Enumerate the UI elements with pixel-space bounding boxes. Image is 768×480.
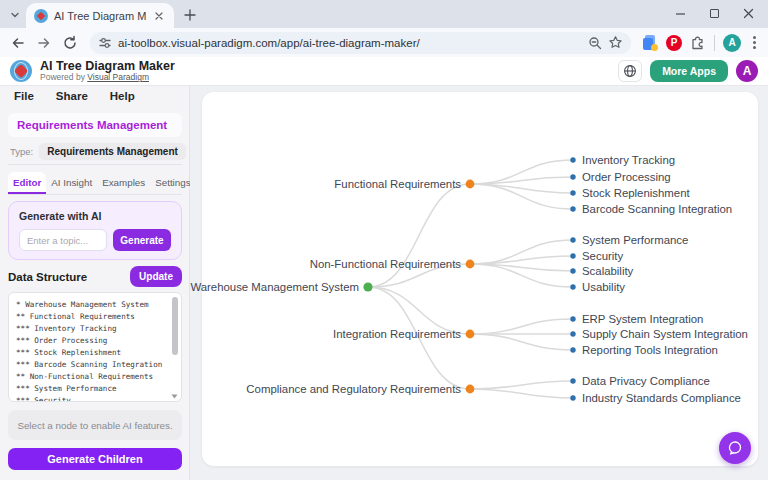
tree-node-leaf[interactable]: Order Processing <box>582 169 671 185</box>
site-settings-icon[interactable] <box>98 36 112 50</box>
extensions-puzzle-icon[interactable] <box>690 35 706 51</box>
generate-children-button[interactable]: Generate Children <box>8 448 182 470</box>
menu-share[interactable]: Share <box>56 90 88 102</box>
window-controls <box>674 0 762 26</box>
tab-settings[interactable]: Settings <box>150 172 195 194</box>
type-value[interactable]: Requirements Management <box>39 143 186 160</box>
leaf-node-dot[interactable] <box>570 395 575 400</box>
tree-node-leaf[interactable]: Data Privacy Compliance <box>582 373 710 389</box>
tab-search-chevron-icon[interactable] <box>6 6 24 24</box>
tab-close-icon[interactable] <box>152 9 166 23</box>
tree-node-branch[interactable]: Non-Functional Requirements <box>310 256 461 272</box>
browser-profile-avatar[interactable]: A <box>723 34 741 52</box>
bookmark-star-icon[interactable] <box>608 35 623 50</box>
sidebar: File Share Help Requirements Management … <box>0 86 190 480</box>
generate-button[interactable]: Generate <box>113 229 171 251</box>
tree-node-leaf[interactable]: Inventory Tracking <box>582 152 675 168</box>
leaf-node-dot[interactable] <box>570 331 575 336</box>
new-tab-button[interactable] <box>182 7 198 23</box>
tree-node-leaf[interactable]: ERP System Integration <box>582 311 703 327</box>
root-node-dot[interactable] <box>363 282 372 291</box>
toolbar-separator <box>714 35 715 51</box>
tab-title: AI Tree Diagram Maker <box>54 10 146 22</box>
scrollbar-down-arrow-icon[interactable] <box>170 391 179 401</box>
extensions-area: P A <box>637 34 760 52</box>
type-row: Type: Requirements Management <box>10 143 186 160</box>
url-text[interactable]: ai-toolbox.visual-paradigm.com/app/ai-tr… <box>118 37 582 49</box>
chat-fab-button[interactable] <box>719 432 751 464</box>
user-avatar[interactable]: A <box>736 60 758 82</box>
maximize-button[interactable] <box>708 7 720 19</box>
branch-node-dot[interactable] <box>466 385 475 394</box>
tree-node-leaf[interactable]: Barcode Scanning Integration <box>582 201 732 217</box>
leaf-node-dot[interactable] <box>570 378 575 383</box>
tab-editor[interactable]: Editor <box>8 172 46 194</box>
generate-ai-panel: Generate with AI Generate <box>8 201 182 260</box>
back-icon[interactable] <box>8 33 28 53</box>
generate-ai-title: Generate with AI <box>19 210 171 222</box>
branch-node-dot[interactable] <box>466 330 475 339</box>
visual-paradigm-logo-icon <box>10 60 32 82</box>
menu-bar: File Share Help <box>14 90 135 102</box>
reload-icon[interactable] <box>60 33 80 53</box>
minimize-button[interactable] <box>674 7 686 19</box>
data-line: *** Security <box>16 395 167 402</box>
more-apps-button[interactable]: More Apps <box>650 60 728 82</box>
tree-node-leaf[interactable]: System Performance <box>582 232 688 248</box>
pinterest-extension-icon[interactable]: P <box>666 35 682 51</box>
leaf-node-dot[interactable] <box>570 284 575 289</box>
tree-node-leaf[interactable]: Reporting Tools Integration <box>582 342 718 358</box>
tree-node-branch[interactable]: Integration Requirements <box>333 326 461 342</box>
tree-node-leaf[interactable]: Industry Standards Compliance <box>582 390 741 406</box>
leaf-node-dot[interactable] <box>570 253 575 258</box>
data-line: *** Inventory Tracking <box>16 323 167 335</box>
sidebar-divider <box>8 164 182 165</box>
tab-examples[interactable]: Examples <box>97 172 150 194</box>
leaf-node-dot[interactable] <box>570 190 575 195</box>
data-structure-editor[interactable]: * Warehouse Management System ** Functio… <box>8 292 182 402</box>
diagram-title-field[interactable]: Requirements Management <box>8 113 182 137</box>
url-bar[interactable]: ai-toolbox.visual-paradigm.com/app/ai-tr… <box>90 32 631 54</box>
zoom-out-icon[interactable] <box>588 36 602 50</box>
data-line: *** Barcode Scanning Integration <box>16 359 167 371</box>
forward-icon[interactable] <box>34 33 54 53</box>
leaf-node-dot[interactable] <box>570 206 575 211</box>
menu-file[interactable]: File <box>14 90 34 102</box>
browser-menu-icon[interactable] <box>749 36 760 49</box>
menu-help[interactable]: Help <box>110 90 135 102</box>
type-label: Type: <box>10 146 33 157</box>
tree-node-leaf[interactable]: Stock Replenishment <box>582 185 690 201</box>
tab-ai-insight[interactable]: AI Insight <box>46 172 97 194</box>
language-globe-button[interactable] <box>618 60 642 82</box>
ai-hint-text: Select a node to enable AI features. <box>17 420 172 431</box>
branch-node-dot[interactable] <box>466 260 475 269</box>
editor-scrollbar[interactable] <box>170 295 179 401</box>
branch-node-dot[interactable] <box>466 180 475 189</box>
tree-node-leaf[interactable]: Scalability <box>582 263 633 279</box>
data-line: ** Functional Requirements <box>16 311 167 323</box>
tree-node-root[interactable]: Warehouse Management System <box>190 279 359 295</box>
scrollbar-thumb[interactable] <box>172 297 178 355</box>
close-window-button[interactable] <box>742 7 754 19</box>
leaf-node-dot[interactable] <box>570 268 575 273</box>
tab-favicon <box>34 9 48 23</box>
diagram-canvas[interactable]: Warehouse Management System Functional R… <box>202 92 758 466</box>
app-header: AI Tree Diagram Maker Powered by Visual … <box>0 57 768 86</box>
tree-node-leaf[interactable]: Security <box>582 248 623 264</box>
browser-tab[interactable]: AI Tree Diagram Maker <box>26 3 174 28</box>
leaf-node-dot[interactable] <box>570 174 575 179</box>
powered-by: Powered by Visual Paradigm <box>40 73 175 82</box>
tree-node-branch[interactable]: Compliance and Regulatory Requirements <box>246 381 461 397</box>
update-button[interactable]: Update <box>130 266 182 287</box>
leaf-node-dot[interactable] <box>570 157 575 162</box>
data-line: *** Stock Replenishment <box>16 347 167 359</box>
leaf-node-dot[interactable] <box>570 347 575 352</box>
leaf-node-dot[interactable] <box>570 316 575 321</box>
docs-extension-icon[interactable] <box>643 35 658 50</box>
tree-node-branch[interactable]: Functional Requirements <box>334 176 461 192</box>
leaf-node-dot[interactable] <box>570 237 575 242</box>
tree-node-leaf[interactable]: Supply Chain System Integration <box>582 326 748 342</box>
tree-node-leaf[interactable]: Usability <box>582 279 625 295</box>
topic-input[interactable] <box>19 229 107 251</box>
visual-paradigm-link[interactable]: Visual Paradigm <box>87 72 149 82</box>
